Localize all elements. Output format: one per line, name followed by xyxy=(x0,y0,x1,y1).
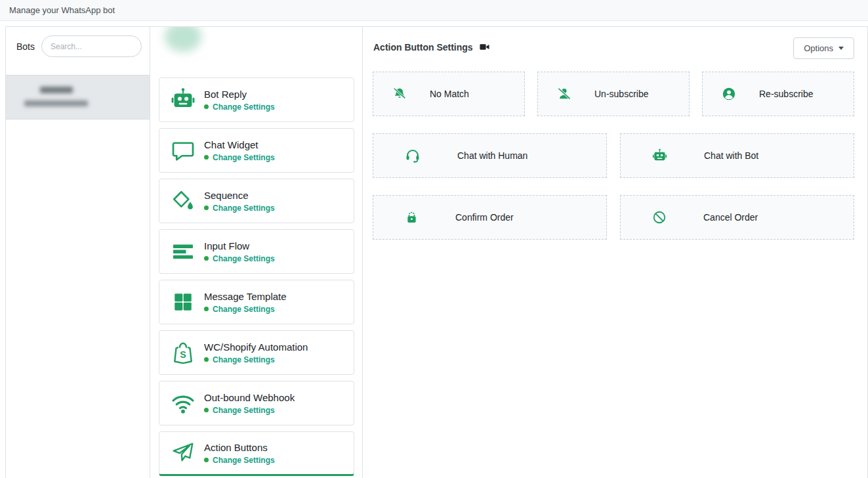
bell-slash-icon xyxy=(392,87,407,101)
feature-card-shopify-automation[interactable]: S WC/Shopify Automation Change Settings xyxy=(159,330,354,375)
feature-card-body: Out-bound Webhook Change Settings xyxy=(204,392,295,415)
bot-list-item-selected[interactable] xyxy=(6,75,150,120)
robot-icon xyxy=(652,148,667,163)
feature-title: Out-bound Webhook xyxy=(204,392,295,403)
feature-settings-column: Bot Reply Change Settings Chat Widget Ch… xyxy=(150,27,363,478)
feature-card-input-flow[interactable]: Input Flow Change Settings xyxy=(159,229,354,274)
tile-label: No Match xyxy=(430,89,469,99)
content-frame: Bots xyxy=(5,26,868,478)
status-dot-icon xyxy=(204,256,209,261)
status-dot-icon xyxy=(204,155,209,160)
change-settings-link[interactable]: Change Settings xyxy=(204,355,308,364)
options-button[interactable]: Options xyxy=(793,37,854,59)
status-dot-icon xyxy=(204,206,209,210)
video-camera-icon[interactable] xyxy=(479,41,490,53)
lock-icon xyxy=(405,210,419,225)
feature-card-sequence[interactable]: Sequence Change Settings xyxy=(159,179,354,223)
change-settings-link[interactable]: Change Settings xyxy=(204,153,275,162)
feature-title: Bot Reply xyxy=(204,89,275,100)
status-dot-icon xyxy=(204,307,209,311)
tile-row-3: Confirm Order Cancel Order xyxy=(373,195,867,240)
change-settings-link[interactable]: Change Settings xyxy=(204,305,287,314)
action-button-settings-panel: Action Button Settings Options xyxy=(363,27,867,478)
status-dot-icon xyxy=(204,458,209,462)
feature-card-body: Input Flow Change Settings xyxy=(204,240,275,263)
feature-card-outbound-webhook[interactable]: Out-bound Webhook Change Settings xyxy=(159,381,354,425)
redacted-bot-subtitle xyxy=(24,100,88,106)
page-title: Manage your WhatsApp bot xyxy=(9,5,115,15)
caret-down-icon xyxy=(838,47,844,50)
action-tile-unsubscribe[interactable]: Un-subscribe xyxy=(537,72,690,116)
tile-label: Confirm Order xyxy=(455,212,514,223)
status-dot-icon xyxy=(204,104,209,109)
action-tile-resubscribe[interactable]: Re-subscribe xyxy=(702,72,854,116)
tile-row-1: No Match Un-subscribe xyxy=(373,72,867,116)
feature-card-body: Chat Widget Change Settings xyxy=(204,139,275,162)
feature-card-body: Bot Reply Change Settings xyxy=(204,89,275,112)
feature-card-bot-reply[interactable]: Bot Reply Change Settings xyxy=(159,77,354,122)
feature-card-body: Action Buttons Change Settings xyxy=(204,442,275,465)
panel-header: Action Button Settings xyxy=(363,27,867,53)
action-tile-no-match[interactable]: No Match xyxy=(373,72,525,116)
feature-card-body: Sequence Change Settings xyxy=(204,190,275,213)
headset-icon xyxy=(405,148,421,163)
change-settings-link[interactable]: Change Settings xyxy=(204,456,275,465)
fill-drip-icon xyxy=(169,189,197,213)
user-circle-icon xyxy=(722,87,736,101)
feature-title: Sequence xyxy=(204,190,275,201)
tile-label: Chat with Human xyxy=(457,150,527,161)
sidebar-header: Bots xyxy=(6,27,150,66)
feature-title: Action Buttons xyxy=(204,442,275,453)
ban-icon xyxy=(652,210,667,225)
feature-title: Chat Widget xyxy=(204,139,275,150)
robot-icon xyxy=(169,87,197,112)
feature-title: Message Template xyxy=(204,291,287,302)
feature-card-message-template[interactable]: Message Template Change Settings xyxy=(159,280,354,324)
status-dot-icon xyxy=(204,408,209,412)
feature-title: WC/Shopify Automation xyxy=(204,341,308,353)
tile-label: Re-subscribe xyxy=(759,89,813,99)
status-dot-icon xyxy=(204,357,209,362)
paper-plane-icon xyxy=(169,441,197,465)
feature-card-body: Message Template Change Settings xyxy=(204,291,287,314)
action-tile-cancel-order[interactable]: Cancel Order xyxy=(620,195,854,240)
shopify-bag-icon: S xyxy=(169,341,197,364)
svg-text:S: S xyxy=(180,349,186,360)
action-tile-chat-with-human[interactable]: Chat with Human xyxy=(373,133,607,178)
tile-label: Un-subscribe xyxy=(594,89,648,99)
feature-card-body: WC/Shopify Automation Change Settings xyxy=(204,341,308,364)
change-settings-link[interactable]: Change Settings xyxy=(204,204,275,213)
options-button-label: Options xyxy=(804,43,833,53)
search-input[interactable] xyxy=(41,35,142,57)
feature-card-action-buttons[interactable]: Action Buttons Change Settings xyxy=(159,431,354,476)
feature-card-chat-widget[interactable]: Chat Widget Change Settings xyxy=(159,128,354,173)
list-bars-icon xyxy=(169,240,197,263)
chat-bubble-icon xyxy=(169,139,197,162)
user-slash-icon xyxy=(557,87,571,101)
topbar: Manage your WhatsApp bot xyxy=(0,0,868,21)
bots-sidebar: Bots xyxy=(6,27,150,478)
feature-title: Input Flow xyxy=(204,240,275,251)
sidebar-title: Bots xyxy=(16,41,35,52)
tile-label: Cancel Order xyxy=(703,212,758,223)
redacted-bot-name xyxy=(40,87,73,93)
change-settings-link[interactable]: Change Settings xyxy=(204,254,275,263)
blurred-avatar-blob xyxy=(165,27,201,52)
wifi-icon xyxy=(169,391,197,416)
change-settings-link[interactable]: Change Settings xyxy=(204,406,295,415)
action-tile-confirm-order[interactable]: Confirm Order xyxy=(373,195,607,240)
action-buttons-grid: No Match Un-subscribe xyxy=(363,72,867,240)
tile-label: Chat with Bot xyxy=(704,150,758,161)
grid-icon xyxy=(169,291,197,313)
tile-row-2: Chat with Human xyxy=(373,133,867,178)
panel-title: Action Button Settings xyxy=(373,42,473,53)
action-tile-chat-with-bot[interactable]: Chat with Bot xyxy=(620,133,854,178)
change-settings-link[interactable]: Change Settings xyxy=(204,102,275,112)
